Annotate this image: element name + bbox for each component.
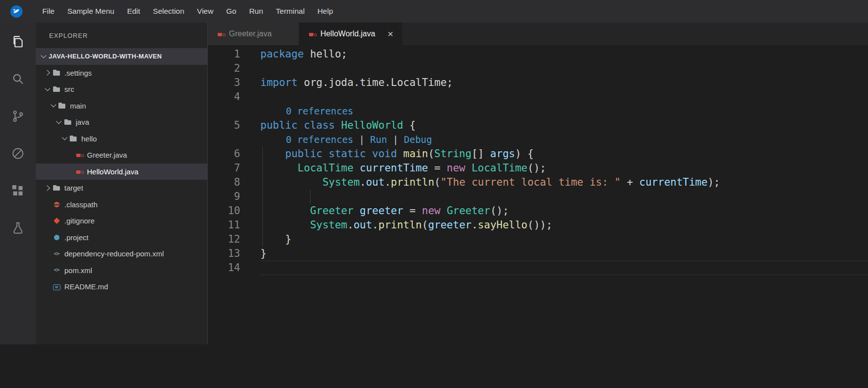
menu-selection[interactable]: Selection (146, 0, 191, 23)
activity-search[interactable] (0, 60, 36, 97)
menu-go[interactable]: Go (220, 0, 243, 23)
tree-item-pom-xml[interactable]: pom.xml (36, 262, 207, 279)
line-number[interactable]: 3 (208, 76, 240, 90)
chevron-down-icon (45, 85, 50, 91)
code-token: args (490, 148, 515, 160)
code-token (260, 176, 322, 188)
code-line[interactable]: 7 LocalTime currentTime = new LocalTime(… (208, 161, 868, 175)
code-editor[interactable]: 1package hello;23import org.joda.time.Lo… (208, 45, 868, 344)
line-content: public class HelloWorld { (260, 118, 868, 133)
code-line[interactable]: 1package hello; (208, 47, 868, 61)
codelens-run-link[interactable]: Run (370, 134, 387, 145)
code-line[interactable]: 2 (208, 61, 868, 76)
tree-item-src[interactable]: src (36, 81, 207, 98)
line-content: System.out.println(greeter.sayHello()); (260, 218, 868, 232)
code-token: currentTime (639, 176, 707, 188)
code-line[interactable]: 5public class HelloWorld { (208, 118, 868, 133)
code-token: package (260, 48, 304, 60)
code-token (397, 148, 403, 160)
tree-item-classpath[interactable]: .classpath (36, 196, 207, 213)
line-number[interactable]: 4 (208, 90, 240, 104)
tree-item-main[interactable]: main (36, 98, 207, 114)
tree-item-settings[interactable]: .settings (36, 65, 207, 82)
tree-item-greeter-java[interactable]: Greeter.java (36, 147, 207, 164)
line-number[interactable] (208, 104, 240, 118)
menu-run[interactable]: Run (243, 0, 269, 23)
code-token: . (360, 176, 366, 188)
code-token (441, 205, 447, 217)
line-number[interactable]: 11 (208, 218, 240, 232)
folder-icon (53, 184, 60, 192)
tree-item-java[interactable]: java (36, 114, 207, 131)
tab-greeter-java[interactable]: Greeter.java (208, 23, 299, 45)
code-line[interactable]: 9 (208, 190, 868, 204)
chevron-down-icon (51, 102, 56, 107)
tree-item-readme-md[interactable]: README.md (36, 278, 207, 295)
line-content (260, 61, 868, 76)
tree-item-gitignore[interactable]: .gitignore (36, 213, 207, 229)
explorer-sidebar: EXPLORER JAVA-HELLO-WORLD-WITH-MAVEN .se… (36, 23, 208, 344)
menu-sample-menu[interactable]: Sample Menu (61, 0, 121, 23)
code-line[interactable]: 8 System.out.println("The current local … (208, 175, 868, 190)
line-number[interactable]: 8 (208, 175, 240, 190)
line-number[interactable] (208, 133, 240, 147)
menu-help[interactable]: Help (311, 0, 339, 23)
menu-terminal[interactable]: Terminal (270, 0, 311, 23)
code-line[interactable]: 3import org.joda.time.LocalTime; (208, 76, 868, 90)
activity-extensions[interactable] (0, 172, 36, 209)
line-number[interactable]: 9 (208, 190, 240, 204)
code-token: . (372, 219, 379, 231)
tree-item-hello[interactable]: hello (36, 131, 207, 147)
beaker-icon (11, 221, 25, 235)
line-number[interactable]: 14 (208, 261, 240, 275)
activity-testing[interactable] (0, 209, 36, 247)
tree-item-target[interactable]: target (36, 180, 207, 196)
file-tree: JAVA-HELLO-WORLD-WITH-MAVEN .settingssrc… (36, 48, 207, 344)
code-line[interactable]: 4 (208, 90, 868, 104)
line-number[interactable]: 13 (208, 247, 240, 261)
indent-guide (262, 161, 263, 175)
menu-edit[interactable]: Edit (121, 0, 147, 23)
menu-file[interactable]: File (36, 0, 61, 23)
code-line[interactable]: 6 public static void main(String[] args)… (208, 147, 868, 161)
line-number[interactable]: 10 (208, 204, 240, 218)
codelens-debug-link[interactable]: Debug (404, 134, 432, 145)
line-number[interactable]: 5 (208, 118, 240, 133)
activity-source-control[interactable] (0, 97, 36, 135)
line-number[interactable]: 7 (208, 161, 240, 175)
java-file-icon (75, 167, 83, 175)
indent-guide (262, 147, 263, 161)
activity-explorer[interactable] (0, 23, 36, 60)
code-line[interactable]: 14 (208, 261, 868, 275)
tree-item-helloworld-java[interactable]: HelloWorld.java (36, 164, 207, 180)
close-icon[interactable]: × (388, 29, 393, 39)
tree-item-dependency-reduced-pom-xml[interactable]: dependency-reduced-pom.xml (36, 246, 207, 262)
code-line[interactable]: 11 System.out.println(greeter.sayHello()… (208, 218, 868, 232)
tab-bar: Greeter.javaHelloWorld.java× (208, 23, 868, 45)
line-number[interactable]: 6 (208, 147, 240, 161)
chevron-right-icon (44, 70, 50, 76)
app-logo-icon (10, 5, 23, 18)
codelens-row: 0 references (208, 104, 868, 118)
menu-view[interactable]: View (191, 0, 220, 23)
line-number[interactable]: 1 (208, 47, 240, 61)
tab-helloworld-java[interactable]: HelloWorld.java× (299, 23, 402, 45)
indent-guide (262, 232, 263, 247)
editor-group: Greeter.javaHelloWorld.java× 1package he… (208, 23, 868, 344)
line-number[interactable]: 2 (208, 61, 240, 76)
code-line[interactable]: 10 Greeter greeter = new Greeter(); (208, 204, 868, 218)
code-token: "The current local time is: " (441, 176, 621, 188)
activity-debug-disabled[interactable] (0, 135, 36, 172)
line-content: } (260, 232, 868, 247)
code-token: } (260, 248, 267, 259)
code-token: + (620, 176, 639, 188)
codelens-row: 0 references | Run | Debug (208, 133, 868, 147)
code-token (260, 162, 298, 174)
tree-item-project-root[interactable]: JAVA-HELLO-WORLD-WITH-MAVEN (36, 48, 207, 65)
line-number[interactable]: 12 (208, 232, 240, 247)
code-token (354, 162, 360, 174)
code-line[interactable]: 13} (208, 247, 868, 261)
indent-guide (310, 190, 310, 204)
code-line[interactable]: 12 } (208, 232, 868, 247)
tree-item-project[interactable]: .project (36, 229, 207, 246)
